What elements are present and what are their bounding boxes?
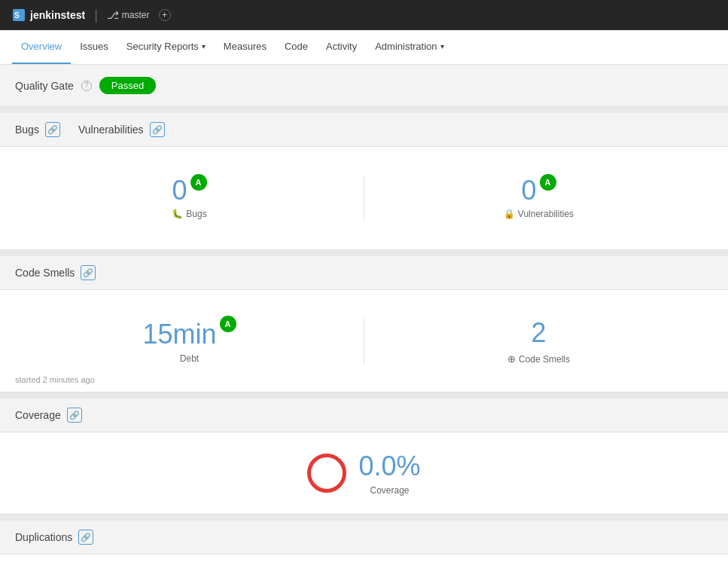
code-smells-section-header: Code Smells 🔗 — [0, 250, 728, 290]
vulnerabilities-grade-badge: A — [540, 174, 556, 191]
duplications-section-header: Duplications 🔗 — [0, 515, 728, 554]
branch-info: ⎇ master — [107, 9, 150, 21]
vulnerabilities-value: 0 — [521, 177, 536, 204]
bugs-value: 0 — [172, 177, 187, 204]
vulnerabilities-label-metric: 🔒 Vulnerabilities — [504, 209, 574, 219]
code-smells-link-icon[interactable]: 🔗 — [81, 265, 96, 280]
bugs-label: Bugs — [15, 124, 39, 136]
duplications-panel: 0.0% Duplications 0 Duplicated Blocks — [0, 554, 728, 562]
main-nav: Overview Issues Security Reports ▾ Measu… — [0, 30, 728, 65]
quality-gate-bar: Quality Gate ? Passed — [0, 65, 728, 107]
started-time: started 2 minutes ago — [15, 375, 95, 384]
branch-icon: ⎇ — [107, 9, 119, 21]
chevron-down-icon: ▾ — [202, 42, 206, 50]
branch-name: master — [122, 10, 150, 20]
debt-value: 15min — [142, 319, 216, 350]
nav-issues[interactable]: Issues — [71, 30, 117, 64]
quality-gate-label: Quality Gate — [15, 80, 74, 92]
project-name: jenkinstest — [30, 9, 85, 21]
coverage-section-header: Coverage 🔗 — [0, 392, 728, 432]
code-smells-title: Code Smells — [15, 267, 75, 279]
nav-measures[interactable]: Measures — [215, 30, 276, 64]
vulnerabilities-label: Vulnerabilities — [78, 124, 144, 136]
nav-overview[interactable]: Overview — [12, 30, 71, 64]
header: S jenkinstest | ⎇ master + — [0, 0, 728, 30]
quality-gate-status: Passed — [99, 77, 156, 94]
coverage-cell: 0.0% Coverage — [358, 451, 420, 496]
bugs-vulnerabilities-section-header: Bugs 🔗 Vulnerabilities 🔗 — [0, 107, 728, 147]
lock-icon: 🔒 — [504, 209, 515, 219]
coverage-link-icon[interactable]: 🔗 — [67, 408, 82, 423]
bug-icon: 🐛 — [172, 209, 183, 219]
coverage-label: Coverage — [370, 485, 409, 496]
code-smells-count-label: ⊕ Code Smells — [507, 353, 570, 365]
debt-metric-cell[interactable]: 15min A Debt — [15, 310, 364, 373]
duplications-link-icon[interactable]: 🔗 — [78, 530, 93, 545]
nav-activity[interactable]: Activity — [317, 30, 366, 64]
duplications-title: Duplications — [15, 531, 72, 543]
coverage-inner[interactable]: 0.0% Coverage — [307, 451, 420, 496]
debt-grade-badge: A — [220, 316, 236, 332]
bugs-grade-badge: A — [190, 174, 207, 191]
code-smells-count-cell[interactable]: 2 ⊕ Code Smells — [364, 308, 713, 374]
chevron-down-icon-admin: ▾ — [440, 42, 444, 50]
code-smells-panel: 15min A Debt 2 ⊕ Code Smells started 2 m… — [0, 290, 728, 392]
code-smell-icon: ⊕ — [507, 353, 516, 365]
nav-code[interactable]: Code — [276, 30, 317, 64]
add-branch-button[interactable]: + — [159, 9, 171, 21]
bugs-label-metric: 🐛 Bugs — [172, 209, 206, 219]
bugs-metric-cell[interactable]: 0 A 🐛 Bugs — [15, 165, 364, 231]
quality-gate-help-icon[interactable]: ? — [81, 81, 92, 91]
debt-label: Debt — [180, 353, 199, 364]
coverage-value: 0.0% — [358, 451, 420, 482]
bugs-vulnerabilities-panel: 0 A 🐛 Bugs 0 A 🔒 Vulnerabilities — [0, 147, 728, 250]
coverage-ring-icon — [307, 454, 346, 493]
vulnerabilities-metric-cell[interactable]: 0 A 🔒 Vulnerabilities — [364, 165, 713, 231]
nav-administration[interactable]: Administration ▾ — [366, 30, 452, 64]
vulnerabilities-link-icon[interactable]: 🔗 — [150, 122, 165, 137]
svg-text:S: S — [14, 11, 20, 20]
header-divider: | — [94, 8, 98, 23]
coverage-title: Coverage — [15, 409, 61, 421]
project-logo[interactable]: S jenkinstest — [12, 8, 85, 22]
coverage-panel: 0.0% Coverage — [0, 432, 728, 515]
bugs-link-icon[interactable]: 🔗 — [45, 122, 60, 137]
code-smells-value: 2 — [531, 317, 546, 349]
nav-security-reports[interactable]: Security Reports ▾ — [117, 30, 215, 64]
